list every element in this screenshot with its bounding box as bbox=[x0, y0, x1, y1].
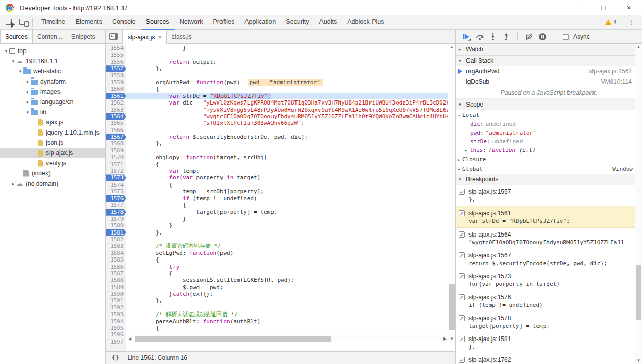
tree-item-web-static[interactable]: ▾web-static bbox=[0, 66, 105, 76]
expanded-arrow-icon[interactable]: ▾ bbox=[3, 48, 9, 54]
line-number[interactable]: 1590 bbox=[106, 291, 126, 297]
breakpoint-checkbox[interactable]: ✓ bbox=[459, 273, 465, 279]
line-number[interactable]: 1565 bbox=[106, 120, 126, 126]
pause-on-exceptions-button[interactable] bbox=[537, 32, 548, 41]
breakpoint-checkbox[interactable]: ✓ bbox=[459, 231, 465, 238]
close-button[interactable]: × bbox=[624, 4, 634, 12]
scroll-down-arrow[interactable]: ▼ bbox=[635, 358, 642, 363]
breakpoint-line-number[interactable]: 1581 bbox=[106, 229, 126, 236]
line-number[interactable]: 1589 bbox=[106, 284, 126, 291]
expanded-arrow-icon[interactable]: ▾ bbox=[10, 59, 16, 64]
collapsed-arrow-icon[interactable]: ▸ bbox=[465, 148, 470, 153]
main-tab-security[interactable]: Security bbox=[281, 15, 314, 30]
navigator-tab-snippets[interactable]: Snippets bbox=[67, 30, 100, 43]
line-number[interactable]: 1586 bbox=[106, 264, 126, 270]
warnings-badge[interactable]: 4 bbox=[605, 19, 617, 26]
line-number[interactable]: 1558 bbox=[106, 72, 126, 79]
breakpoint-line-number[interactable]: 1578 bbox=[106, 209, 126, 215]
tree-item-jquery-1-10-1-min-js[interactable]: jquery-1.10.1.min.js bbox=[0, 127, 105, 138]
main-tab-profiles[interactable]: Profiles bbox=[208, 15, 239, 30]
breakpoint-checkbox[interactable]: ✓ bbox=[459, 189, 465, 195]
line-number[interactable]: 1559 bbox=[106, 79, 126, 86]
call-stack-frame-orgauthpwd[interactable]: orgAuthPwdslp-ajax.js:1561 bbox=[456, 66, 642, 76]
main-tab-timeline[interactable]: Timeline bbox=[36, 15, 70, 30]
editor-tab-class-js[interactable]: class.js bbox=[167, 30, 196, 43]
scope-section-local[interactable]: ▾Local bbox=[456, 110, 642, 120]
step-over-button[interactable] bbox=[474, 32, 485, 41]
breakpoint-entry-slp-ajax-js-1564[interactable]: ✓slp-ajax.js:1564"wygtc0F10a0Dg70TOoouyF… bbox=[456, 228, 642, 249]
scope-variable-pwd[interactable]: pwd:"administrator" bbox=[456, 128, 642, 137]
main-tab-adblock-plus[interactable]: Adblock Plus bbox=[342, 15, 389, 30]
expanded-arrow-icon[interactable]: ▾ bbox=[24, 110, 31, 115]
tree-item-language-cn[interactable]: ▸language/cn bbox=[0, 97, 105, 107]
line-number[interactable]: 1568 bbox=[106, 140, 126, 147]
navigator-tab-conten[interactable]: Conten... bbox=[33, 30, 67, 43]
breakpoint-line-number[interactable]: 1561 bbox=[106, 93, 126, 99]
expanded-arrow-icon[interactable]: ▾ bbox=[17, 69, 23, 74]
main-tab-console[interactable]: Console bbox=[107, 15, 141, 30]
navigator-tab-sources[interactable]: Sources bbox=[0, 30, 33, 43]
code-editor[interactable]: 1554 }15551556 return output;1557 },1558… bbox=[106, 44, 455, 364]
line-number[interactable]: 1593 bbox=[106, 311, 126, 318]
tree-item-ajax-js[interactable]: ajax.js bbox=[0, 117, 105, 127]
tree-item-lib[interactable]: ▾lib bbox=[0, 107, 105, 117]
minimize-button[interactable]: − bbox=[573, 4, 583, 12]
close-tab-icon[interactable]: × bbox=[158, 34, 162, 41]
call-stack-frame-lgdosub[interactable]: lgDoSubVM810:114 bbox=[456, 76, 642, 87]
tree-item-192-168-1-1[interactable]: ▾☁192.168.1.1 bbox=[0, 56, 105, 66]
tree-item-top[interactable]: ▾top bbox=[0, 46, 105, 56]
breakpoint-entry-slp-ajax-js-1561[interactable]: ✓slp-ajax.js:1561var strDe = "RDpbLfCPsJ… bbox=[456, 206, 642, 228]
collapsed-arrow-icon[interactable]: ▸ bbox=[24, 79, 31, 84]
breakpoint-entry-slp-ajax-js-1573[interactable]: ✓slp-ajax.js:1573for(var porperty in tar… bbox=[456, 270, 642, 291]
line-number[interactable]: 1569 bbox=[106, 147, 126, 154]
line-number[interactable]: 1585 bbox=[106, 256, 126, 263]
horizontal-scroll-thumb[interactable] bbox=[135, 336, 331, 342]
breakpoint-checkbox[interactable]: ✓ bbox=[459, 357, 465, 363]
line-number[interactable]: 1579 bbox=[106, 216, 126, 222]
sidebar-scroll-thumb[interactable] bbox=[636, 265, 641, 320]
line-number[interactable]: 1562 bbox=[106, 99, 126, 106]
tree-item-slp-ajax-js[interactable]: slp-ajax.js bbox=[0, 148, 105, 158]
line-number[interactable]: 1591 bbox=[106, 297, 126, 304]
scroll-down-arrow[interactable]: ▼ bbox=[448, 336, 455, 341]
line-number[interactable]: 1563 bbox=[106, 107, 126, 113]
line-number[interactable]: 1572 bbox=[106, 168, 126, 174]
breakpoint-entry-slp-ajax-js-1557[interactable]: ✓slp-ajax.js:1557}, bbox=[456, 185, 642, 206]
breakpoint-entry-slp-ajax-js-1578[interactable]: ✓slp-ajax.js:1578target[porperty] = temp… bbox=[456, 311, 642, 332]
breakpoint-line-number[interactable]: 1564 bbox=[106, 113, 126, 120]
overflow-menu-icon[interactable]: ⋮ bbox=[625, 18, 638, 27]
editor-vertical-scrollbar[interactable]: ▲ ▼ bbox=[448, 44, 455, 342]
breakpoint-checkbox[interactable]: ✓ bbox=[459, 252, 465, 258]
tree-item-no-domain[interactable]: ▸☁(no domain) bbox=[0, 178, 105, 189]
breakpoint-entry-slp-ajax-js-1581[interactable]: ✓slp-ajax.js:1581}, bbox=[456, 332, 642, 353]
collapsed-arrow-icon[interactable]: ▸ bbox=[10, 181, 16, 186]
line-number[interactable]: 1595 bbox=[106, 325, 126, 331]
breakpoint-checkbox[interactable]: ✓ bbox=[459, 336, 465, 342]
line-number[interactable]: 1570 bbox=[106, 154, 126, 161]
scope-variable-dic[interactable]: dic:undefined bbox=[456, 120, 642, 128]
line-number[interactable]: 1577 bbox=[106, 202, 126, 209]
breakpoint-line-number[interactable]: 1573 bbox=[106, 174, 126, 181]
main-tab-sources[interactable]: Sources bbox=[141, 15, 175, 30]
main-tab-network[interactable]: Network bbox=[175, 15, 208, 30]
pretty-print-icon[interactable]: {} bbox=[112, 354, 119, 361]
scope-variable-strde[interactable]: strDe:undefined bbox=[456, 137, 642, 146]
line-number[interactable]: 1575 bbox=[106, 188, 126, 195]
line-number[interactable]: 1588 bbox=[106, 277, 126, 283]
watch-section-header[interactable]: ▸ Watch bbox=[456, 44, 642, 55]
resume-script-button[interactable] bbox=[461, 32, 472, 41]
breakpoint-entry-slp-ajax-js-1567[interactable]: ✓slp-ajax.js:1567return $.securityEncode… bbox=[456, 249, 642, 270]
line-number[interactable]: 1596 bbox=[106, 331, 126, 338]
line-number[interactable]: 1571 bbox=[106, 161, 126, 168]
line-number[interactable]: 1594 bbox=[106, 318, 126, 325]
breakpoint-checkbox[interactable]: ✓ bbox=[459, 315, 465, 321]
tree-item-dynaform[interactable]: ▸dynaform bbox=[0, 76, 105, 87]
breakpoint-entry-slp-ajax-js-1576[interactable]: ✓slp-ajax.js:1576if (temp != undefined) bbox=[456, 291, 642, 311]
main-tab-audits[interactable]: Audits bbox=[314, 15, 342, 30]
scroll-right-arrow[interactable]: ▶ bbox=[442, 336, 448, 341]
scroll-up-arrow[interactable]: ▲ bbox=[635, 45, 642, 49]
tree-item-json-js[interactable]: json.js bbox=[0, 138, 105, 148]
scroll-up-arrow[interactable]: ▲ bbox=[448, 45, 455, 49]
step-into-button[interactable] bbox=[487, 32, 499, 41]
breakpoint-checkbox[interactable]: ✓ bbox=[459, 210, 465, 216]
